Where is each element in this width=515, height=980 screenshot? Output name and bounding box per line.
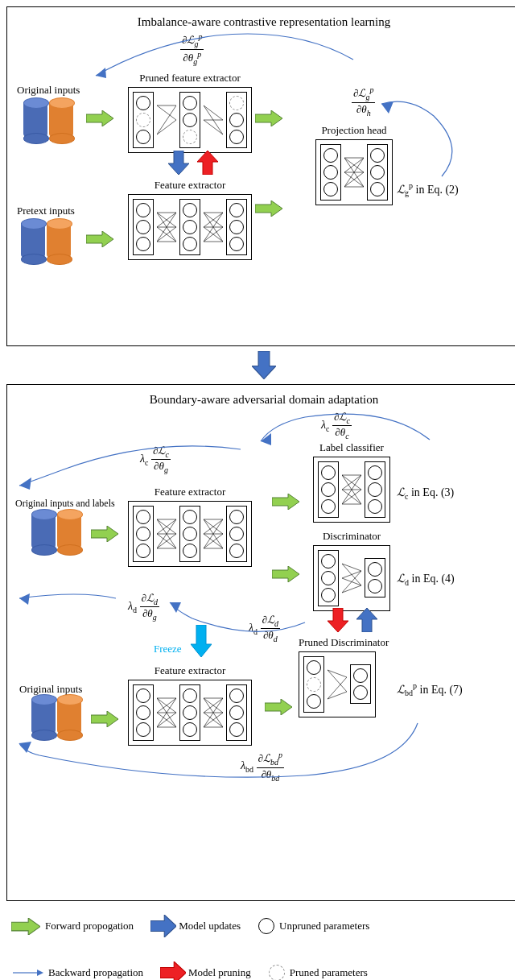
forward-arrow-icon [265,699,292,715]
pretext-inputs: Pretext inputs [17,205,75,260]
backprop-arrow [168,598,313,647]
pruned-discriminator: Pruned Discriminator [299,636,389,717]
feature-extractor-top: Feature extractor [128,486,252,567]
svg-marker-0 [96,68,106,78]
svg-line-4 [157,120,176,134]
pruned-feature-extractor: Pruned feature extractor [128,72,252,153]
model-pruning-icon [197,151,218,175]
svg-marker-98 [37,970,43,976]
svg-marker-72 [19,593,30,605]
forward-arrow-icon [272,566,299,582]
panel1-title: Imbalance-aware contrastive representati… [17,15,511,29]
backprop-arrow [15,590,120,622]
original-inputs-labels: Original inputs and labels [15,498,115,510]
forward-arrow-icon [255,201,282,217]
panel-adaptation: Boundary-aware adversarial domain adapta… [6,384,515,901]
svg-line-3 [157,105,176,134]
model-updates-icon [356,608,377,632]
panel-contrastive: Imbalance-aware contrastive representati… [6,6,515,346]
legend: Forward propogation Model updates Unprun… [6,911,515,980]
freeze-arrow-icon [191,625,212,657]
forward-arrow-icon [255,110,282,126]
feature-extractor: Feature extractor [128,179,252,260]
svg-marker-38 [19,478,31,490]
backprop-arrow [377,100,482,188]
svg-line-8 [204,120,223,134]
forward-arrow-icon [86,110,113,126]
backprop-arrow [15,719,426,792]
svg-line-2 [157,105,176,120]
svg-marker-96 [19,742,31,753]
model-updates-icon [252,351,276,378]
forward-arrow-icon [91,526,118,542]
discriminator: Discriminator [313,530,390,611]
panel2-title: Boundary-aware adversarial domain adapta… [17,393,511,407]
forward-arrow-icon [86,231,113,247]
model-pruning-icon [328,608,348,632]
model-updates-icon [168,151,189,175]
original-inputs: Original inputs [17,84,80,139]
svg-line-5 [204,105,223,120]
forward-arrow-icon [272,494,299,510]
label-classifier: Label classifier [313,441,390,523]
